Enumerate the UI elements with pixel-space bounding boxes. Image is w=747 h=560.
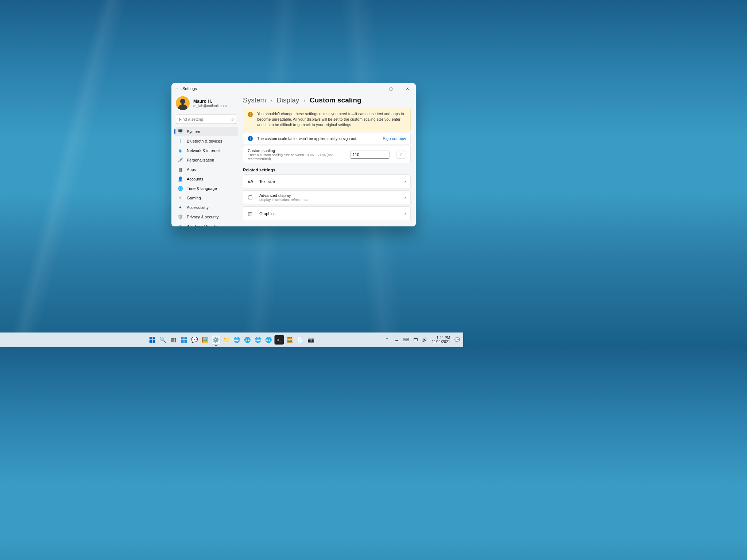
display-icon: 🖵 bbox=[248, 195, 254, 201]
svg-rect-2 bbox=[150, 340, 152, 343]
warning-icon: ! bbox=[248, 112, 253, 117]
minimize-button[interactable]: ― bbox=[365, 83, 382, 94]
sidebar-item-update[interactable]: ⟳Windows Update bbox=[174, 222, 238, 226]
taskbar-center: 🔍 ▥ 💬 🖼️ ⚙️ 📁 🌐 🌐 🌐 🌐 >_ 🧮 📄 📷 bbox=[148, 335, 316, 345]
apps-icon: ▦ bbox=[177, 167, 183, 172]
system-tray: ⌃ ☁ ⌨ 🗔 🔊 1:44 PM 11/11/2021 💬 bbox=[383, 335, 461, 345]
clock-date: 11/11/2021 bbox=[432, 340, 450, 344]
chat-button[interactable]: 💬 bbox=[190, 335, 200, 345]
sidebar-item-time[interactable]: 🌐Time & language bbox=[174, 184, 238, 193]
taskbar-app-calculator[interactable]: 🧮 bbox=[285, 335, 295, 345]
graphics-icon: ▧ bbox=[248, 211, 254, 217]
taskbar-app-photos[interactable]: 🖼️ bbox=[201, 335, 210, 345]
sign-out-link[interactable]: Sign out now bbox=[383, 136, 406, 141]
breadcrumb: System › Display › Custom scaling bbox=[243, 96, 411, 104]
svg-rect-6 bbox=[181, 340, 184, 343]
chevron-right-icon: › bbox=[405, 211, 406, 216]
page-title: Custom scaling bbox=[310, 96, 361, 104]
search-button[interactable]: 🔍 bbox=[158, 335, 168, 345]
window-title: Settings bbox=[182, 86, 197, 91]
taskbar-app-terminal[interactable]: >_ bbox=[275, 335, 284, 345]
tray-onedrive-icon[interactable]: ☁ bbox=[392, 335, 400, 345]
sidebar-item-network[interactable]: ◉Network & internet bbox=[174, 146, 238, 155]
tray-volume-icon[interactable]: 🔊 bbox=[421, 335, 429, 345]
sidebar-item-accessibility[interactable]: ✦Accessibility bbox=[174, 203, 238, 212]
search-input[interactable] bbox=[176, 114, 236, 124]
back-button[interactable]: ← bbox=[171, 86, 182, 91]
title-bar: ← Settings ― ▢ ✕ bbox=[171, 83, 416, 94]
maximize-button[interactable]: ▢ bbox=[382, 83, 399, 94]
custom-scaling-input[interactable] bbox=[350, 151, 390, 159]
sidebar: Mauro H. m_lab@outlook.com ⌕ 🖥️System ᛒB… bbox=[171, 94, 240, 226]
user-profile[interactable]: Mauro H. m_lab@outlook.com bbox=[174, 94, 239, 114]
bluetooth-icon: ᛒ bbox=[177, 138, 183, 144]
update-icon: ⟳ bbox=[177, 223, 183, 227]
taskbar-clock[interactable]: 1:44 PM 11/11/2021 bbox=[430, 336, 452, 344]
info-banner: i The custom scale factor won't be appli… bbox=[243, 133, 411, 144]
custom-scaling-card: Custom scaling Enter a custom scaling si… bbox=[243, 146, 411, 163]
sidebar-item-bluetooth[interactable]: ᛒBluetooth & devices bbox=[174, 136, 238, 145]
taskbar-app-notepad[interactable]: 📄 bbox=[296, 335, 305, 345]
start-button[interactable] bbox=[148, 335, 157, 345]
personalization-icon: 🖌️ bbox=[177, 157, 183, 163]
taskbar-app-explorer[interactable]: 📁 bbox=[222, 335, 231, 345]
task-view-button[interactable]: ▥ bbox=[169, 335, 178, 345]
taskbar[interactable]: 🔍 ▥ 💬 🖼️ ⚙️ 📁 🌐 🌐 🌐 🌐 >_ 🧮 📄 📷 ⌃ ☁ ⌨ 🗔 🔊… bbox=[0, 332, 463, 347]
clock-time: 1:44 PM bbox=[432, 336, 450, 340]
related-settings-heading: Related settings bbox=[243, 168, 411, 172]
user-email: m_lab@outlook.com bbox=[193, 104, 227, 108]
sidebar-item-personalization[interactable]: 🖌️Personalization bbox=[174, 155, 238, 164]
chevron-right-icon: › bbox=[303, 97, 305, 103]
chevron-right-icon: › bbox=[405, 179, 406, 184]
taskbar-app-edge-canary[interactable]: 🌐 bbox=[264, 335, 274, 345]
time-icon: 🌐 bbox=[177, 186, 183, 191]
taskbar-app-edge-beta[interactable]: 🌐 bbox=[243, 335, 252, 345]
taskbar-app-edge[interactable]: 🌐 bbox=[232, 335, 242, 345]
chevron-right-icon: › bbox=[405, 195, 406, 200]
taskbar-app-camera[interactable]: 📷 bbox=[306, 335, 316, 345]
svg-rect-5 bbox=[185, 337, 187, 339]
sidebar-item-system[interactable]: 🖥️System bbox=[174, 127, 238, 136]
custom-scaling-description: Enter a custom scaling size between 100%… bbox=[248, 153, 346, 161]
system-icon: 🖥️ bbox=[177, 129, 183, 135]
tray-network-icon[interactable]: 🗔 bbox=[411, 335, 419, 345]
widgets-button[interactable] bbox=[179, 335, 189, 345]
related-label: Graphics bbox=[259, 211, 275, 216]
sidebar-item-gaming[interactable]: ✧Gaming bbox=[174, 193, 238, 202]
tray-overflow[interactable]: ⌃ bbox=[383, 335, 391, 345]
chevron-right-icon: › bbox=[270, 97, 272, 103]
accessibility-icon: ✦ bbox=[177, 205, 183, 210]
warning-text: You shouldn't change these settings unle… bbox=[257, 111, 406, 128]
settings-window: ← Settings ― ▢ ✕ Mauro H. m_lab@outlook.… bbox=[171, 83, 416, 226]
taskbar-app-edge-dev[interactable]: 🌐 bbox=[253, 335, 263, 345]
gaming-icon: ✧ bbox=[177, 195, 183, 201]
info-icon: i bbox=[248, 136, 253, 141]
nav-list: 🖥️System ᛒBluetooth & devices ◉Network &… bbox=[174, 127, 238, 226]
related-text-size[interactable]: ᴀA Text size › bbox=[243, 174, 411, 189]
sidebar-item-accounts[interactable]: 👤Accounts bbox=[174, 174, 238, 183]
network-icon: ◉ bbox=[177, 148, 183, 153]
svg-rect-3 bbox=[153, 340, 155, 343]
warning-banner: ! You shouldn't change these settings un… bbox=[243, 108, 411, 131]
related-label: Text size bbox=[259, 179, 275, 184]
sidebar-item-apps[interactable]: ▦Apps bbox=[174, 165, 238, 174]
avatar bbox=[176, 96, 190, 110]
taskbar-app-settings[interactable]: ⚙️ bbox=[211, 335, 221, 345]
sidebar-item-privacy[interactable]: 🛡️Privacy & security bbox=[174, 212, 238, 221]
user-name: Mauro H. bbox=[193, 99, 227, 104]
related-sublabel: Display information, refresh rate bbox=[259, 198, 309, 202]
main-content: System › Display › Custom scaling ! You … bbox=[240, 94, 416, 226]
breadcrumb-display[interactable]: Display bbox=[276, 96, 299, 104]
svg-rect-7 bbox=[185, 340, 187, 343]
tray-keyboard-icon[interactable]: ⌨ bbox=[402, 335, 410, 345]
svg-rect-0 bbox=[150, 337, 152, 339]
search-box[interactable]: ⌕ bbox=[176, 114, 236, 124]
privacy-icon: 🛡️ bbox=[177, 214, 183, 220]
accounts-icon: 👤 bbox=[177, 176, 183, 182]
related-advanced-display[interactable]: 🖵 Advanced display Display information, … bbox=[243, 190, 411, 205]
related-graphics[interactable]: ▧ Graphics › bbox=[243, 206, 411, 221]
close-button[interactable]: ✕ bbox=[399, 83, 416, 94]
breadcrumb-system[interactable]: System bbox=[243, 96, 266, 104]
tray-notifications-icon[interactable]: 💬 bbox=[453, 335, 461, 345]
apply-button[interactable]: ✓ bbox=[396, 151, 406, 159]
